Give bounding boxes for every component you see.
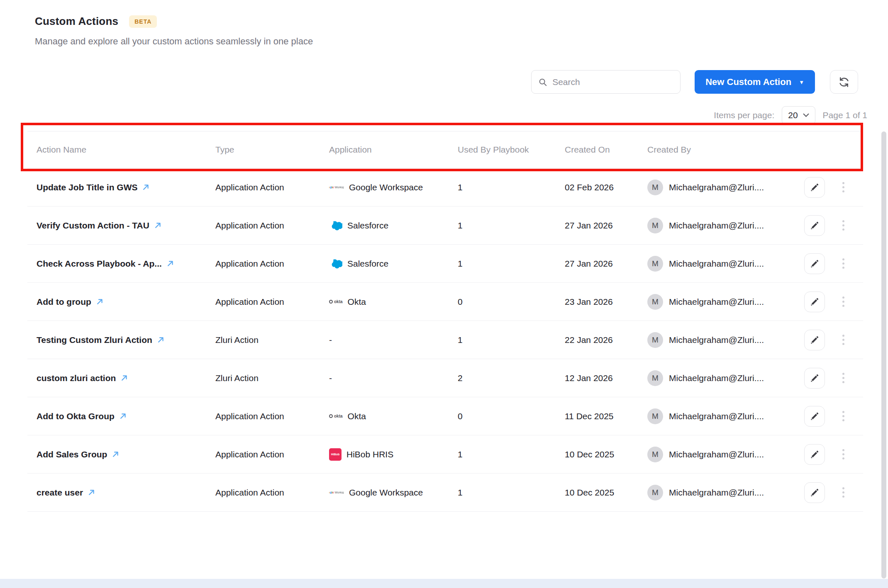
pencil-icon xyxy=(810,450,819,459)
pencil-icon xyxy=(810,221,819,230)
edit-button[interactable] xyxy=(804,444,825,465)
external-link-icon[interactable] xyxy=(120,413,127,420)
items-per-page-select[interactable]: 20 xyxy=(782,106,815,124)
table-row: custom zluri action Zluri Action Google … xyxy=(27,359,863,397)
row-menu-button[interactable] xyxy=(840,447,847,462)
avatar: M xyxy=(647,256,663,272)
avatar: M xyxy=(647,180,663,195)
used-by-playbook-count: 1 xyxy=(449,335,556,345)
beta-badge: BETA xyxy=(129,15,157,28)
edit-button[interactable] xyxy=(804,406,825,427)
created-on-date: 10 Dec 2025 xyxy=(556,488,638,498)
bottom-strip xyxy=(0,579,888,588)
pagination-bar: Items per page: 20 Page 1 of 1 xyxy=(0,106,888,124)
created-by-email: Michaelgraham@Zluri.... xyxy=(669,259,764,269)
external-link-icon[interactable] xyxy=(142,184,149,191)
created-by-email: Michaelgraham@Zluri.... xyxy=(669,297,764,307)
items-per-page-label: Items per page: xyxy=(714,110,774,120)
avatar: M xyxy=(647,294,663,310)
search-icon xyxy=(538,78,547,87)
action-type: Application Action xyxy=(206,450,320,459)
action-type: Zluri Action xyxy=(206,373,320,383)
pencil-icon xyxy=(810,488,819,497)
application-name: Google Workspace xyxy=(349,182,423,192)
column-header-created-on[interactable]: Created On xyxy=(556,145,638,155)
edit-button[interactable] xyxy=(804,482,825,503)
salesforce-icon xyxy=(329,221,342,231)
action-name-link[interactable]: Add to Okta Group xyxy=(37,411,115,421)
column-header-type[interactable]: Type xyxy=(206,145,320,155)
row-menu-button[interactable] xyxy=(840,408,847,424)
edit-button[interactable] xyxy=(804,368,825,389)
used-by-playbook-count: 2 xyxy=(449,373,556,383)
column-header-used-by-playbook[interactable]: Used By Playbook xyxy=(449,145,556,155)
avatar: M xyxy=(647,485,663,501)
action-type: Application Action xyxy=(206,221,320,231)
pencil-icon xyxy=(810,259,819,268)
used-by-playbook-count: 1 xyxy=(449,182,556,192)
pencil-icon xyxy=(810,412,819,421)
external-link-icon[interactable] xyxy=(121,374,128,381)
table-row: Add Sales Group Application Action Googl… xyxy=(27,435,863,474)
external-link-icon[interactable] xyxy=(167,260,174,267)
external-link-icon[interactable] xyxy=(96,298,103,305)
external-link-icon[interactable] xyxy=(112,451,119,458)
action-name-link[interactable]: Add Sales Group xyxy=(37,450,107,459)
avatar: M xyxy=(647,447,663,462)
hibob-icon: HiBob xyxy=(329,448,342,461)
action-type: Application Action xyxy=(206,259,320,269)
column-header-application[interactable]: Application xyxy=(320,145,449,155)
edit-button[interactable] xyxy=(804,292,825,312)
external-link-icon[interactable] xyxy=(88,489,95,496)
page-title: Custom Actions xyxy=(35,15,118,28)
created-by-email: Michaelgraham@Zluri.... xyxy=(669,488,764,498)
external-link-icon[interactable] xyxy=(157,336,164,343)
table-row: Update Job Title in GWS Application Acti… xyxy=(27,168,863,207)
column-header-action-name[interactable]: Action Name xyxy=(27,145,206,155)
column-header-created-by[interactable]: Created By xyxy=(638,145,804,155)
application-name: Salesforce xyxy=(347,259,388,269)
search-input[interactable] xyxy=(552,77,673,87)
application-name: - xyxy=(329,373,332,383)
search-box[interactable] xyxy=(531,70,681,94)
action-name-link[interactable]: custom zluri action xyxy=(37,373,116,383)
edit-button[interactable] xyxy=(804,330,825,350)
edit-button[interactable] xyxy=(804,253,825,274)
vertical-scrollbar[interactable] xyxy=(881,131,886,578)
action-name-link[interactable]: Testing Custom Zluri Action xyxy=(37,335,152,345)
table-row: Add to Okta Group Application Action Goo… xyxy=(27,397,863,435)
refresh-button[interactable] xyxy=(830,70,858,94)
created-on-date: 27 Jan 2026 xyxy=(556,259,638,269)
created-by-email: Michaelgraham@Zluri.... xyxy=(669,450,764,459)
action-name-link[interactable]: Verify Custom Action - TAU xyxy=(37,221,149,231)
action-name-link[interactable]: Add to group xyxy=(37,297,91,307)
edit-button[interactable] xyxy=(804,215,825,236)
row-menu-button[interactable] xyxy=(840,485,847,500)
pencil-icon xyxy=(810,374,819,383)
action-type: Application Action xyxy=(206,411,320,421)
google-workspace-icon: Google Workspace xyxy=(329,186,344,189)
created-by-email: Michaelgraham@Zluri.... xyxy=(669,335,764,345)
action-name-link[interactable]: Check Across Playbook - Ap... xyxy=(37,259,162,269)
row-menu-button[interactable] xyxy=(840,256,847,271)
used-by-playbook-count: 1 xyxy=(449,259,556,269)
created-by-email: Michaelgraham@Zluri.... xyxy=(669,182,764,192)
edit-button[interactable] xyxy=(804,177,825,198)
row-menu-button[interactable] xyxy=(840,370,847,386)
pencil-icon xyxy=(810,297,819,306)
okta-icon: okta xyxy=(329,414,343,418)
new-custom-action-button[interactable]: New Custom Action ▼ xyxy=(695,70,815,94)
row-menu-button[interactable] xyxy=(840,332,847,347)
action-name-link[interactable]: Update Job Title in GWS xyxy=(37,182,137,192)
external-link-icon[interactable] xyxy=(154,222,161,229)
avatar: M xyxy=(647,218,663,233)
row-menu-button[interactable] xyxy=(840,218,847,233)
row-menu-button[interactable] xyxy=(840,294,847,309)
salesforce-icon xyxy=(329,259,342,269)
page-header: Custom Actions BETA Manage and explore a… xyxy=(0,0,888,47)
used-by-playbook-count: 0 xyxy=(449,411,556,421)
action-name-link[interactable]: create user xyxy=(37,488,83,498)
used-by-playbook-count: 0 xyxy=(449,297,556,307)
row-menu-button[interactable] xyxy=(840,180,847,195)
created-on-date: 11 Dec 2025 xyxy=(556,411,638,421)
